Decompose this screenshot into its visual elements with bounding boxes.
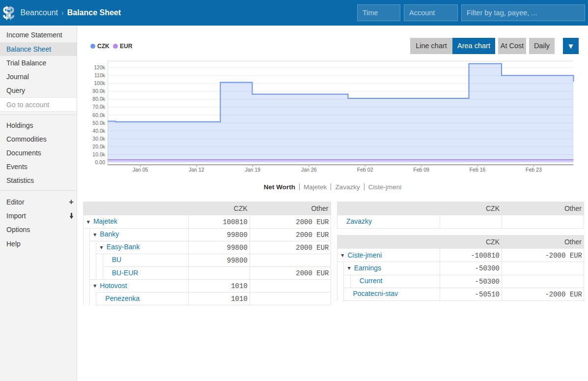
svg-text:50.0k: 50.0k: [92, 120, 105, 126]
svg-text:Feb 09: Feb 09: [413, 167, 429, 173]
svg-text:0.00: 0.00: [95, 159, 106, 165]
svg-text:120k: 120k: [94, 64, 106, 70]
svg-text:70.0k: 70.0k: [92, 104, 105, 110]
svg-text:90.0k: 90.0k: [92, 88, 105, 94]
svg-text:30.0k: 30.0k: [92, 136, 105, 142]
svg-text:$: $: [7, 2, 15, 23]
svg-text:Feb 23: Feb 23: [526, 167, 542, 173]
svg-text:100k: 100k: [94, 80, 106, 86]
svg-text:Feb 02: Feb 02: [357, 167, 373, 173]
svg-text:10.0k: 10.0k: [92, 151, 105, 157]
svg-text:Jan 05: Jan 05: [133, 167, 148, 173]
svg-text:Jan 19: Jan 19: [245, 167, 261, 173]
svg-text:80.0k: 80.0k: [92, 96, 105, 102]
svg-text:20.0k: 20.0k: [92, 144, 105, 149]
svg-text:60.0k: 60.0k: [92, 112, 105, 118]
svg-text:Jan 26: Jan 26: [301, 167, 317, 173]
svg-text:40.0k: 40.0k: [92, 128, 105, 134]
svg-text:Feb 16: Feb 16: [470, 167, 486, 173]
svg-text:110k: 110k: [94, 72, 106, 78]
svg-text:Jan 12: Jan 12: [189, 167, 204, 173]
